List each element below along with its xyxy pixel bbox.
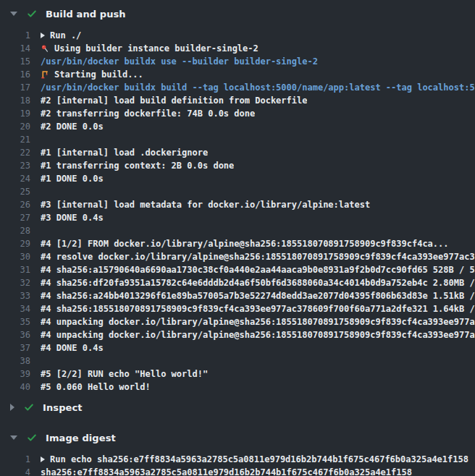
pushpin-icon	[41, 43, 50, 54]
log-line: 35 #4 unpacking docker.io/library/alpine…	[0, 315, 475, 328]
log-line: 17 /usr/bin/docker buildx build --tag lo…	[0, 81, 475, 94]
log-line: 30 #4 resolve docker.io/library/alpine@s…	[0, 250, 475, 263]
line-number[interactable]: 29	[0, 239, 30, 249]
check-success-icon	[27, 9, 37, 19]
log-line: 24 #1 DONE 0.0s	[0, 172, 475, 185]
line-number[interactable]: 36	[0, 330, 30, 340]
log-line: 22 #1 [internal] load .dockerignore	[0, 146, 475, 159]
line-number[interactable]: 38	[0, 356, 30, 366]
chevron-down-icon[interactable]	[10, 12, 17, 16]
log-text: #1 transferring context: 2B 0.0s done	[41, 161, 234, 171]
log-text: /usr/bin/docker buildx build --tag local…	[41, 82, 475, 93]
log-line: 33 #4 sha256:a24bb4013296f61e89ba57005a7…	[0, 289, 475, 302]
log-line: 20 #2 DONE 0.0s	[0, 120, 475, 133]
log-text: #2 transferring dockerfile: 74B 0.0s don…	[41, 109, 255, 119]
log-line: 32 #4 sha256:df20fa9351a15782c64e6dddb2d…	[0, 276, 475, 289]
log-line: 18 #2 [internal] load build definition f…	[0, 94, 475, 107]
section-title: Inspect	[43, 402, 83, 413]
construction-icon	[41, 69, 50, 80]
log-text: #4 unpacking docker.io/library/alpine@sh…	[41, 330, 475, 340]
check-success-icon	[27, 433, 37, 443]
log-text: #4 sha256:185518070891758909c9f839cf4ca3…	[41, 304, 475, 314]
line-number[interactable]: 39	[0, 369, 30, 379]
line-number[interactable]: 18	[0, 95, 30, 106]
line-number[interactable]: 23	[0, 161, 30, 171]
log-text: #4 sha256:a24bb4013296f61e89ba57005a7b3e…	[41, 291, 475, 301]
line-number[interactable]: 33	[0, 291, 30, 301]
line-number[interactable]: 15	[0, 56, 30, 67]
check-success-icon	[24, 402, 34, 412]
section-title: Image digest	[46, 433, 116, 443]
line-number[interactable]: 17	[0, 82, 30, 93]
log-text: #1 DONE 0.0s	[41, 174, 104, 184]
chevron-down-icon[interactable]	[10, 435, 17, 440]
line-number[interactable]: 16	[0, 69, 30, 80]
line-number[interactable]: 30	[0, 252, 30, 262]
log-text: #4 sha256:a15790640a6690aa1730c38cf0a440…	[41, 265, 475, 275]
log-text: /usr/bin/docker buildx use --builder bui…	[41, 56, 318, 67]
log-text: #2 DONE 0.0s	[41, 122, 104, 132]
section-header-build-and-push[interactable]: Build and push	[0, 4, 475, 23]
section-title: Build and push	[46, 9, 126, 20]
log-text: #2 [internal] load build definition from…	[41, 95, 307, 106]
line-number[interactable]: 1	[0, 454, 30, 464]
line-number[interactable]: 20	[0, 122, 30, 132]
expand-toggle-icon[interactable]	[41, 33, 45, 38]
line-number[interactable]: 25	[0, 187, 30, 197]
line-number[interactable]: 40	[0, 382, 30, 392]
log-text: #5 0.060 Hello world!	[41, 382, 151, 392]
log-text: #4 DONE 0.4s	[41, 343, 104, 353]
section-header-image-digest[interactable]: Image digest	[0, 428, 475, 447]
log-line: 29 #4 [1/2] FROM docker.io/library/alpin…	[0, 237, 475, 250]
log-line: 15 /usr/bin/docker buildx use --builder …	[0, 55, 475, 68]
chevron-right-icon[interactable]	[10, 404, 14, 411]
line-number[interactable]: 27	[0, 213, 30, 223]
section-header-inspect[interactable]: Inspect	[0, 398, 475, 417]
section-inspect: Inspect	[0, 398, 475, 417]
log-text: #1 [internal] load .dockerignore	[41, 148, 208, 158]
log-line: 1 Run echo sha256:e7ff8834a5963a2785c5a0…	[0, 453, 475, 466]
log-line: 21	[0, 133, 475, 146]
log-text: #5 [2/2] RUN echo "Hello world!"	[41, 369, 208, 379]
log-line: 14 Using builder instance builder-single…	[0, 42, 475, 55]
log-text: #3 [internal] load metadata for docker.i…	[41, 200, 370, 210]
line-number[interactable]: 19	[0, 109, 30, 119]
log-line: 23 #1 transferring context: 2B 0.0s done	[0, 159, 475, 172]
line-number[interactable]: 32	[0, 278, 30, 288]
line-number[interactable]: 28	[0, 226, 30, 236]
log-group-image-digest: 1 Run echo sha256:e7ff8834a5963a2785c5a0…	[0, 447, 475, 476]
line-number[interactable]: 1	[0, 30, 30, 41]
log-line: 39 #5 [2/2] RUN echo "Hello world!"	[0, 367, 475, 381]
log-text: #4 unpacking docker.io/library/alpine@sh…	[41, 317, 475, 327]
log-line: 38	[0, 354, 475, 367]
log-line: 28	[0, 224, 475, 237]
line-number[interactable]: 4	[0, 467, 30, 476]
log-line: 31 #4 sha256:a15790640a6690aa1730c38cf0a…	[0, 263, 475, 276]
line-number[interactable]: 14	[0, 43, 30, 54]
line-number[interactable]: 24	[0, 174, 30, 184]
line-number[interactable]: 26	[0, 200, 30, 210]
log-line: 4 sha256:e7ff8834a5963a2785c5a0811e979d1…	[0, 466, 475, 476]
section-build-and-push: Build and push 1 Run ./ 14 Using builder…	[0, 4, 475, 398]
log-text: #4 [1/2] FROM docker.io/library/alpine@s…	[41, 239, 449, 249]
log-line: 26 #3 [internal] load metadata for docke…	[0, 198, 475, 211]
log-line: 40 #5 0.060 Hello world!	[0, 381, 475, 394]
log-text: #4 sha256:df20fa9351a15782c64e6dddb2d4a6…	[41, 278, 475, 288]
section-image-digest: Image digest 1 Run echo sha256:e7ff8834a…	[0, 428, 475, 476]
log-text: Starting build...	[54, 69, 143, 80]
line-number[interactable]: 34	[0, 304, 30, 314]
line-number[interactable]: 31	[0, 265, 30, 275]
line-number[interactable]: 22	[0, 148, 30, 158]
line-number[interactable]: 35	[0, 317, 30, 327]
line-number[interactable]: 21	[0, 135, 30, 145]
log-line: 37 #4 DONE 0.4s	[0, 341, 475, 354]
line-number[interactable]: 37	[0, 343, 30, 353]
log-text: #3 DONE 0.4s	[41, 213, 104, 223]
log-line: 25	[0, 185, 475, 198]
log-group-build-and-push: 1 Run ./ 14 Using builder instance build…	[0, 23, 475, 398]
log-text: sha256:e7ff8834a5963a2785c5a0811e979d16b…	[41, 467, 412, 476]
log-line: 19 #2 transferring dockerfile: 74B 0.0s …	[0, 107, 475, 120]
log-line: 1 Run ./	[0, 29, 475, 42]
log-text: Run ./	[50, 30, 81, 41]
expand-toggle-icon[interactable]	[41, 456, 45, 462]
